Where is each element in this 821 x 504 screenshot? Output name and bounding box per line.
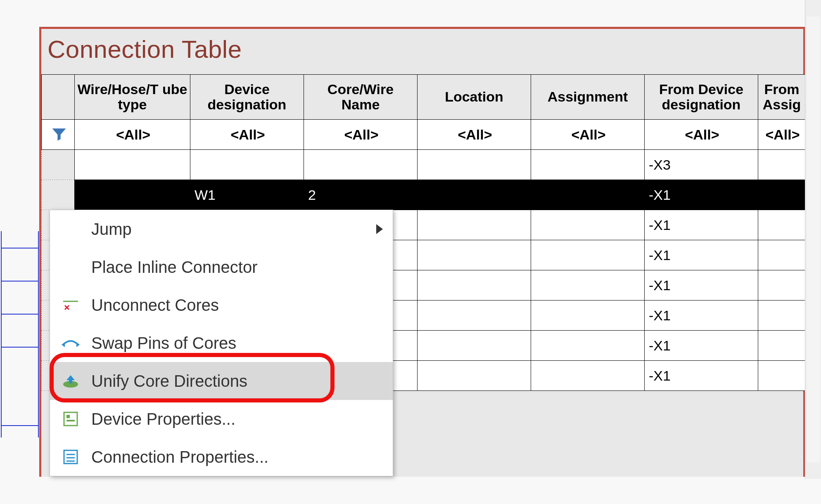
col-location[interactable]: Location (418, 75, 531, 120)
row-header-cell[interactable] (42, 150, 75, 180)
filter-fromdev[interactable]: <All> (645, 120, 758, 150)
context-menu: JumpPlace Inline ConnectorUnconnect Core… (50, 210, 393, 476)
col-device-designation[interactable]: Device designation (190, 75, 304, 120)
menu-jump[interactable]: Jump (50, 210, 393, 248)
cell-wiretype[interactable] (75, 150, 190, 180)
row-header-cell[interactable] (42, 180, 75, 210)
filter-fromassign[interactable]: <All> (758, 120, 806, 150)
cell-location[interactable] (418, 210, 531, 240)
cell-fromassign[interactable] (758, 240, 806, 270)
table-row[interactable]: W12-X1 (42, 180, 806, 210)
cell-location[interactable] (418, 150, 531, 180)
cell-fromdev[interactable]: -X1 (645, 301, 758, 331)
col-from-assignment[interactable]: From Assig (758, 75, 806, 120)
col-assignment[interactable]: Assignment (531, 75, 645, 120)
unconnect-icon (50, 299, 91, 311)
svg-rect-6 (64, 412, 77, 426)
menu-item-label: Place Inline Connector (91, 258, 393, 277)
menu-item-label: Connection Properties... (91, 448, 393, 466)
svg-marker-4 (76, 342, 80, 347)
filter-location[interactable]: <All> (418, 120, 531, 150)
menu-place-inline-connector[interactable]: Place Inline Connector (50, 248, 393, 286)
cell-fromassign[interactable] (758, 331, 806, 361)
cell-assign[interactable] (531, 240, 645, 270)
cell-location[interactable] (418, 240, 531, 270)
cell-fromdev[interactable]: -X1 (645, 210, 758, 240)
cell-assign[interactable] (531, 361, 645, 391)
menu-device-properties[interactable]: Device Properties... (50, 400, 393, 438)
cell-fromassign[interactable] (758, 210, 806, 240)
cell-assign[interactable] (531, 150, 645, 180)
cell-assign[interactable] (531, 301, 645, 331)
vertical-scrollbar[interactable] (805, 0, 821, 479)
menu-unconnect-cores[interactable]: Unconnect Cores (50, 286, 393, 324)
cell-fromdev[interactable]: -X1 (645, 180, 758, 210)
filter-row[interactable]: <All> <All> <All> <All> <All> <All> <All… (42, 120, 806, 150)
cell-devdes[interactable]: W1 (190, 180, 304, 210)
cell-devdes[interactable] (190, 150, 304, 180)
cell-fromdev[interactable]: -X1 (645, 270, 758, 301)
cell-fromdev[interactable]: -X1 (645, 331, 758, 361)
menu-item-label: Device Properties... (91, 410, 393, 428)
cell-corename[interactable]: 2 (304, 180, 418, 210)
cell-assign[interactable] (531, 270, 645, 301)
panel-title: Connection Table (47, 35, 242, 64)
menu-swap-pins-of-cores[interactable]: Swap Pins of Cores (50, 324, 393, 362)
menu-unify-core-directions[interactable]: Unify Core Directions (50, 362, 393, 400)
cell-fromassign[interactable] (758, 301, 806, 331)
menu-item-label: Jump (91, 220, 393, 239)
filter-icon-cell[interactable] (42, 120, 75, 150)
col-rownum[interactable] (42, 75, 75, 120)
cell-location[interactable] (418, 270, 531, 301)
filter-devdes[interactable]: <All> (190, 120, 304, 150)
svg-rect-8 (66, 420, 75, 421)
cell-assign[interactable] (531, 180, 645, 210)
menu-connection-properties[interactable]: Connection Properties... (50, 438, 393, 476)
swap-icon (50, 336, 91, 350)
cell-corename[interactable] (304, 150, 418, 180)
col-wiretype[interactable]: Wire/Hose/T ube type (75, 75, 190, 120)
cell-fromdev[interactable]: -X3 (645, 150, 758, 180)
cell-location[interactable] (418, 331, 531, 361)
cell-fromassign[interactable] (758, 180, 806, 210)
cell-fromdev[interactable]: -X1 (645, 361, 758, 391)
menu-item-label: Unconnect Cores (91, 296, 393, 315)
submenu-arrow-icon (376, 224, 383, 234)
filter-corename[interactable]: <All> (304, 120, 418, 150)
menu-item-label: Swap Pins of Cores (91, 334, 393, 353)
cell-assign[interactable] (531, 331, 645, 361)
menu-item-label: Unify Core Directions (91, 372, 393, 390)
cell-wiretype[interactable] (75, 180, 190, 210)
svg-marker-3 (62, 342, 65, 347)
cell-fromdev[interactable]: -X1 (645, 240, 758, 270)
funnel-icon (46, 125, 72, 144)
filter-wiretype[interactable]: <All> (75, 120, 190, 150)
cell-assign[interactable] (531, 210, 645, 240)
cell-fromassign[interactable] (758, 270, 806, 301)
cell-location[interactable] (418, 180, 531, 210)
svg-rect-7 (66, 415, 70, 418)
schematic-ladder (0, 231, 41, 438)
table-header-row: Wire/Hose/T ube type Device designation … (42, 75, 806, 120)
devprop-icon (50, 411, 91, 427)
cell-location[interactable] (418, 361, 531, 391)
filter-assignment[interactable]: <All> (531, 120, 645, 150)
unify-icon (50, 374, 91, 388)
cell-location[interactable] (418, 301, 531, 331)
cell-fromassign[interactable] (758, 150, 806, 180)
cell-fromassign[interactable] (758, 361, 806, 391)
connprop-icon (50, 449, 91, 465)
col-core-wire-name[interactable]: Core/Wire Name (304, 75, 418, 120)
col-from-device-designation[interactable]: From Device designation (645, 75, 758, 120)
table-row[interactable]: -X3 (42, 150, 806, 180)
